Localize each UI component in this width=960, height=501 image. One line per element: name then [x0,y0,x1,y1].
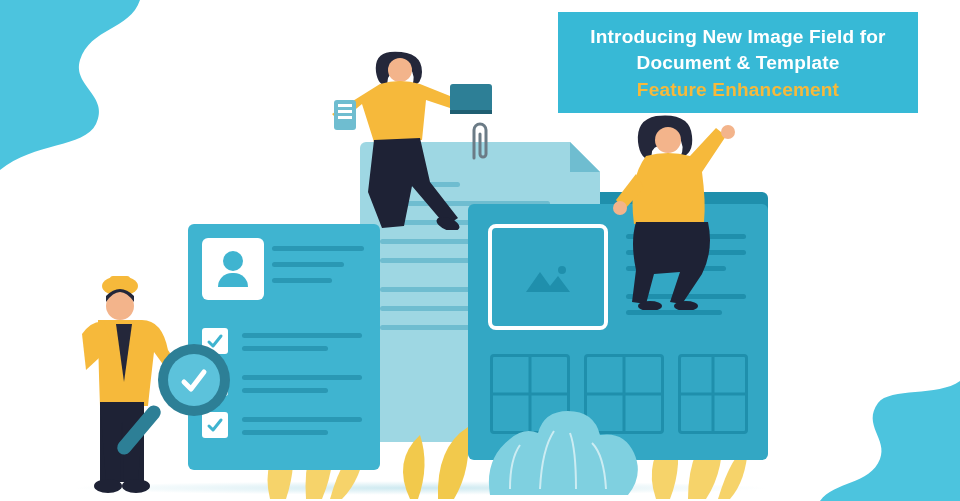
announcement-banner: Introducing New Image Field for Document… [558,12,918,113]
svg-point-7 [122,479,150,493]
bush-decoration [480,385,650,495]
svg-rect-10 [450,110,492,114]
svg-rect-3 [110,276,130,290]
banner-accent: Feature Enhancement [576,77,900,103]
corner-blob-bottom-right [810,381,960,501]
svg-marker-0 [526,272,570,292]
svg-point-8 [388,58,412,82]
svg-rect-13 [338,110,352,113]
svg-rect-12 [338,104,352,107]
person-with-laptop [320,42,510,230]
wireframe-block [678,354,748,434]
svg-rect-14 [338,116,352,119]
svg-point-6 [94,479,122,493]
magnifying-glass-icon [158,344,230,416]
hero-illustration: Introducing New Image Field for Document… [0,0,960,501]
svg-point-1 [558,266,566,274]
mountain-photo-icon [522,262,574,296]
banner-line-2: Document & Template [637,52,840,73]
svg-point-17 [613,201,627,215]
image-placeholder-field [488,224,608,330]
svg-point-18 [721,125,735,139]
person-sitting-waving [596,110,766,310]
corner-blob-top-left [0,0,180,170]
svg-point-16 [655,127,681,153]
svg-rect-9 [450,84,492,112]
banner-line-1: Introducing New Image Field for [590,26,885,47]
